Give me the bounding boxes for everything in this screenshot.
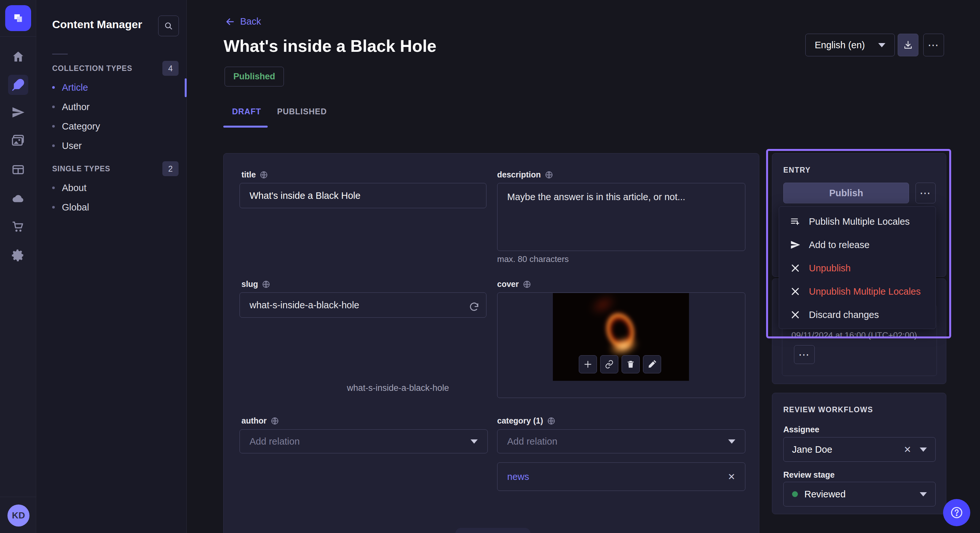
chevron-down-icon — [471, 439, 478, 444]
chevron-down-icon — [920, 492, 927, 497]
delete-asset-button[interactable] — [622, 355, 640, 373]
category-field-label: category (1) — [497, 416, 555, 425]
sidebar-item-label: Article — [62, 82, 88, 93]
category-relation-select[interactable]: Add relation — [497, 429, 745, 453]
cover-filename-caption: what-s-inside-a-black-hole — [274, 383, 522, 393]
help-button[interactable] — [943, 499, 970, 526]
section-collection-types-label: COLLECTION TYPES — [52, 64, 132, 73]
entry-heading: ENTRY — [783, 166, 811, 174]
search-button[interactable] — [158, 16, 179, 36]
menu-item-discard-changes[interactable]: Discard changes — [779, 303, 936, 327]
assignee-value: Jane Doe — [792, 444, 904, 455]
category-relation-item: news ✕ — [497, 462, 745, 491]
slug-field-label: slug — [242, 279, 270, 289]
menu-item-label: Discard changes — [809, 309, 879, 320]
locale-select[interactable]: English (en) — [805, 34, 895, 56]
content-type-builder-icon[interactable] — [0, 159, 36, 180]
relation-link-news[interactable]: news — [507, 471, 529, 482]
label-text: author — [242, 416, 267, 425]
sidebar-item-global[interactable]: Global — [52, 198, 175, 216]
bullet-icon — [52, 86, 55, 89]
single-types-count-badge: 2 — [162, 161, 178, 176]
description-textarea[interactable]: Maybe the answer is in this article, or … — [497, 183, 745, 251]
copy-link-button[interactable] — [600, 355, 618, 373]
edit-asset-button[interactable] — [643, 355, 661, 373]
settings-gear-icon[interactable] — [0, 245, 36, 265]
chevron-down-icon — [728, 439, 735, 444]
relation-placeholder: Add relation — [250, 436, 300, 447]
title-input[interactable] — [240, 183, 487, 208]
back-label: Back — [240, 16, 261, 27]
link-icon — [605, 360, 614, 369]
publish-options-menu: Publish Multiple Locales Add to release … — [779, 206, 936, 329]
page-title: What's inside a Black Hole — [224, 36, 436, 56]
entry-more-button[interactable]: ⋯ — [915, 182, 935, 203]
marketplace-cart-icon[interactable] — [0, 216, 36, 237]
globe-icon — [259, 171, 268, 179]
header-more-button[interactable]: ⋯ — [923, 34, 944, 56]
stage-value: Reviewed — [804, 489, 920, 500]
media-library-icon[interactable] — [0, 130, 36, 151]
bullet-icon — [52, 125, 55, 128]
menu-item-label: Publish Multiple Locales — [809, 216, 910, 227]
content-manager-feather-icon[interactable] — [8, 75, 28, 95]
bullet-icon — [52, 144, 55, 147]
review-workflows-heading: REVIEW WORKFLOWS — [783, 405, 873, 414]
collapsed-component-peek — [455, 528, 530, 533]
chevron-down-icon — [878, 43, 885, 47]
content-manager-subnav: Content Manager COLLECTION TYPES 4 Artic… — [37, 0, 187, 533]
question-mark-icon — [950, 506, 964, 519]
sidebar-item-label: Category — [62, 121, 100, 132]
slug-input[interactable] — [240, 292, 487, 318]
main-nav-rail: KD — [0, 0, 36, 533]
locale-value: English (en) — [815, 40, 865, 51]
strapi-logo[interactable] — [5, 5, 31, 31]
review-workflows-panel: REVIEW WORKFLOWS Assignee Jane Doe ✕ Rev… — [772, 393, 946, 514]
sidebar-item-user[interactable]: User — [52, 136, 175, 155]
tab-draft[interactable]: DRAFT — [232, 107, 261, 116]
cloud-icon[interactable] — [0, 188, 36, 209]
home-icon[interactable] — [0, 46, 36, 67]
menu-item-add-to-release[interactable]: Add to release — [779, 233, 936, 257]
author-relation-select[interactable]: Add relation — [240, 429, 488, 453]
scheduled-more-button[interactable]: ⋯ — [794, 345, 815, 364]
user-avatar[interactable]: KD — [8, 504, 30, 527]
collection-types-count-badge: 4 — [162, 61, 178, 76]
active-item-indicator — [185, 78, 187, 97]
menu-item-unpublish-multiple-locales[interactable]: Unpublish Multiple Locales — [779, 280, 936, 303]
rail-divider — [0, 36, 36, 36]
globe-icon — [270, 417, 279, 425]
menu-item-publish-multiple-locales[interactable]: Publish Multiple Locales — [779, 210, 936, 233]
label-text: cover — [497, 279, 519, 289]
regenerate-slug-icon[interactable] — [465, 298, 483, 316]
x-icon — [790, 309, 800, 320]
status-badge: Published — [224, 67, 284, 86]
sidebar-item-category[interactable]: Category — [52, 117, 175, 135]
menu-item-label: Unpublish — [809, 263, 851, 274]
review-stage-combobox[interactable]: Reviewed — [783, 482, 935, 506]
publish-button[interactable]: Publish — [783, 182, 909, 203]
sidebar-item-label: User — [62, 141, 82, 151]
strapi-logo-glyph — [12, 12, 25, 25]
tab-published[interactable]: PUBLISHED — [277, 107, 327, 116]
paper-plane-icon — [790, 240, 800, 250]
label-text: category (1) — [497, 416, 543, 425]
trash-icon — [626, 360, 635, 369]
remove-relation-icon[interactable]: ✕ — [728, 471, 735, 482]
assignee-combobox[interactable]: Jane Doe ✕ — [783, 437, 935, 462]
globe-icon — [547, 417, 555, 425]
x-icon — [790, 286, 800, 297]
cover-action-toolbar — [579, 355, 661, 373]
download-button[interactable] — [898, 34, 918, 56]
add-asset-button[interactable] — [579, 355, 597, 373]
menu-item-unpublish[interactable]: Unpublish — [779, 257, 936, 280]
sidebar-item-about[interactable]: About — [52, 179, 175, 197]
title-field-label: title — [242, 170, 268, 179]
relation-placeholder: Add relation — [507, 436, 557, 447]
sidebar-item-author[interactable]: Author — [52, 98, 175, 116]
back-link[interactable]: Back — [225, 16, 261, 27]
releases-paper-plane-icon[interactable] — [0, 102, 36, 123]
label-text: slug — [242, 279, 258, 289]
sidebar-item-article[interactable]: Article — [52, 78, 175, 97]
clear-assignee-icon[interactable]: ✕ — [904, 444, 911, 455]
